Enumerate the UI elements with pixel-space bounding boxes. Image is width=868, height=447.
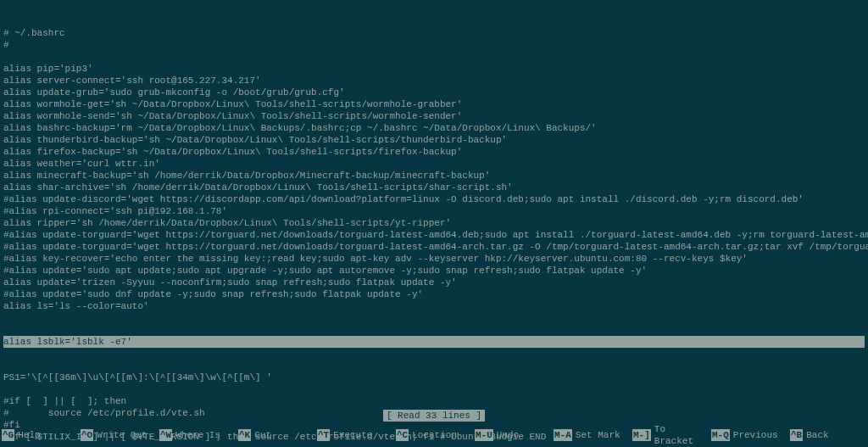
- shortcut-label: Where Is: [175, 429, 220, 441]
- file-line[interactable]: #: [3, 39, 865, 51]
- file-line[interactable]: #alias update-torguard='wget https://tor…: [3, 241, 865, 253]
- file-line[interactable]: [3, 51, 865, 63]
- file-line[interactable]: alias ripper='sh /home/derrik/Data/Dropb…: [3, 217, 865, 229]
- shortcut-label: Undo: [497, 429, 519, 441]
- file-line[interactable]: alias pip='pip3': [3, 63, 865, 75]
- status-message: [ Read 33 lines ]: [383, 410, 485, 422]
- shortcut-back[interactable]: ^BBack: [788, 423, 867, 447]
- file-line[interactable]: alias ls='ls --color=auto': [3, 300, 865, 312]
- shortcut-key: M-A: [554, 429, 572, 441]
- shortcut-label: Cut: [254, 429, 271, 441]
- file-line[interactable]: alias firefox-backup='sh ~/Data/Dropbox/…: [3, 146, 865, 158]
- file-line[interactable]: # ~/.bashrc: [3, 27, 865, 39]
- file-line[interactable]: alias wormhole-send='sh ~/Data/Dropbox/L…: [3, 110, 865, 122]
- shortcut-label: Write Out: [97, 429, 147, 441]
- shortcut-execute[interactable]: ^TExecute: [315, 423, 394, 447]
- file-line[interactable]: #alias rpi-connect='ssh pi@192.168.1.78': [3, 205, 865, 217]
- shortcut-label: To Bracket: [654, 423, 709, 447]
- shortcut-location[interactable]: ^CLocation: [394, 423, 473, 447]
- file-line[interactable]: #alias update='sudo dnf update -y;sudo s…: [3, 288, 865, 300]
- shortcut-key: ^B: [790, 429, 803, 441]
- file-line[interactable]: #alias key-recover='echo enter the missi…: [3, 253, 865, 265]
- shortcut-write-out[interactable]: ^OWrite Out: [79, 423, 158, 447]
- file-line[interactable]: alias update-grub='sudo grub-mkconfig -o…: [3, 87, 865, 98]
- shortcut-label: Help: [18, 429, 40, 441]
- shortcut-label: Location: [412, 429, 457, 441]
- file-line[interactable]: #alias update-discord='wget https://disc…: [3, 193, 865, 205]
- shortcut-set-mark[interactable]: M-ASet Mark: [552, 423, 631, 447]
- file-line[interactable]: alias shar-archive='sh /home/derrik/Data…: [3, 182, 865, 193]
- file-line[interactable]: alias server-connect='ssh root@165.227.3…: [3, 75, 865, 87]
- shortcut-key: ^G: [2, 429, 14, 441]
- shortcut-key: ^W: [159, 429, 172, 441]
- file-line[interactable]: alias update='trizen -Syyuu --noconfirm;…: [3, 277, 865, 288]
- shortcut-key: M-Q: [711, 429, 730, 441]
- shortcut-undo[interactable]: M-UUndo: [473, 423, 552, 447]
- shortcut-key: ^C: [396, 429, 409, 441]
- status-bar: [ Read 33 lines ]: [0, 410, 868, 422]
- shortcut-key: ^K: [238, 429, 251, 441]
- shortcut-label: Back: [806, 429, 828, 441]
- shortcut-key: M-U: [475, 429, 493, 441]
- shortcut-previous[interactable]: M-QPrevious: [709, 423, 788, 447]
- shortcut-label: Previous: [733, 429, 778, 441]
- cursor-line[interactable]: alias lsblk='lsblk -e7': [3, 336, 865, 348]
- shortcut-label: Set Mark: [576, 429, 620, 441]
- file-line[interactable]: alias weather='curl wttr.in': [3, 158, 865, 170]
- shortcut-bar: ^GHelp^OWrite Out^WWhere Is^KCut^TExecut…: [0, 423, 868, 447]
- file-line[interactable]: alias thunderbird-backup='sh ~/Data/Drop…: [3, 134, 865, 146]
- shortcut-key: ^T: [317, 429, 330, 441]
- file-line[interactable]: alias minecraft-backup='sh /home/derrik/…: [3, 170, 865, 182]
- shortcut-to-bracket[interactable]: M-]To Bracket: [631, 423, 709, 447]
- file-line[interactable]: alias bashrc-backup='rm ~/Data/Dropbox/L…: [3, 122, 865, 134]
- file-line[interactable]: #if [ ] || [ ]; then: [3, 395, 865, 407]
- shortcut-key: ^O: [81, 429, 93, 441]
- file-line[interactable]: alias wormhole-get='sh ~/Data/Dropbox/Li…: [3, 98, 865, 110]
- shortcut-cut[interactable]: ^KCut: [236, 423, 315, 447]
- editor-content[interactable]: # ~/.bashrc#alias pip='pip3'alias server…: [0, 0, 868, 447]
- file-line[interactable]: PS1='\[^[[36m\]\u\[^[[m\]:\[^[[34m\]\w\[…: [3, 372, 865, 383]
- shortcut-label: Execute: [333, 429, 372, 441]
- file-line[interactable]: [3, 383, 865, 395]
- file-line[interactable]: #alias update='sudo apt update;sudo apt …: [3, 265, 865, 277]
- shortcut-key: M-]: [632, 429, 651, 441]
- shortcut-where-is[interactable]: ^WWhere Is: [158, 423, 236, 447]
- shortcut-help[interactable]: ^GHelp: [0, 423, 79, 447]
- file-line[interactable]: #alias update-torguard='wget https://tor…: [3, 229, 865, 241]
